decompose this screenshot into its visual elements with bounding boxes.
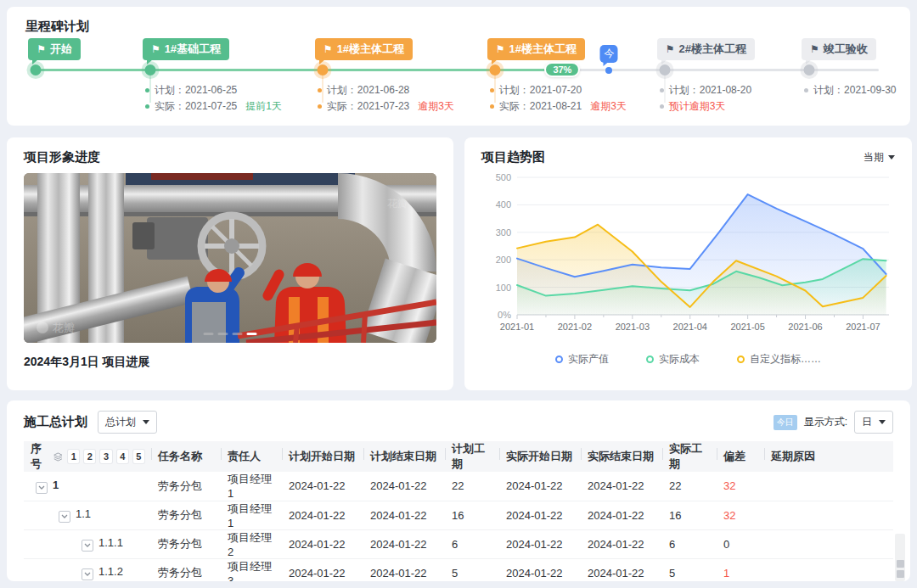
scroll-widget-icon[interactable]	[897, 570, 904, 578]
milestone-dot	[31, 64, 42, 76]
svg-text:400: 400	[496, 199, 511, 210]
table-card-title: 施工总计划	[24, 414, 87, 430]
expand-row-icon[interactable]	[82, 540, 93, 552]
expand-row-icon[interactable]	[36, 482, 48, 494]
column-plan-duration: 计划工期	[445, 441, 499, 472]
milestone-label: 1#楼主体工程	[337, 42, 404, 57]
table-cell: 2024-01-22	[282, 529, 363, 558]
svg-text:2021-03: 2021-03	[616, 322, 650, 332]
table-row[interactable]: 1.1.1劳务分包项目经理22024-01-222024-01-2262024-…	[24, 529, 893, 558]
legend-item-actual-output[interactable]: 实际产值	[555, 352, 609, 367]
plan-date: 计划：2021-07-20	[499, 82, 582, 98]
milestone-label: 开始	[50, 42, 72, 57]
table-header-row: 序号 1 2 3 4 5 任务	[24, 441, 893, 472]
level-button-5[interactable]: 5	[133, 450, 144, 463]
milestone-badge: ⚑ 1#基础工程	[143, 38, 229, 60]
column-plan-start: 计划开始日期	[282, 441, 363, 472]
legend-label: 自定义指标……	[750, 352, 821, 367]
table-cell: 16	[662, 501, 717, 529]
table-cell: 项目经理3	[221, 558, 282, 581]
carousel-dot[interactable]	[218, 333, 228, 335]
column-deviation: 偏差	[717, 441, 764, 472]
level-button-2[interactable]: 2	[84, 450, 95, 463]
actual-date: 实际：2021-08-21	[499, 98, 582, 115]
milestone-dot	[317, 64, 328, 76]
expand-row-icon[interactable]	[82, 568, 93, 580]
today-badge: 今日	[774, 415, 797, 430]
table-cell: 2024-01-22	[499, 472, 581, 501]
task-id: 1.1.1	[98, 536, 123, 549]
progress-percent-pill: 37%	[544, 62, 580, 77]
carousel-indicators	[204, 333, 257, 335]
bullet-icon	[490, 88, 494, 92]
table-cell: 2024-01-22	[499, 529, 581, 558]
table-cell: 5	[445, 558, 499, 581]
period-select-value: 当期	[864, 150, 884, 165]
construction-plan-card: 施工总计划 总计划 今日 显示方式: 日	[7, 400, 910, 581]
table-cell: 2024-01-22	[282, 558, 363, 581]
table-cell: 1	[717, 558, 764, 581]
carousel-dot[interactable]	[233, 333, 243, 335]
table-cell: 项目经理1	[221, 472, 282, 501]
column-delay-reason: 延期原因	[764, 441, 893, 472]
level-button-3[interactable]: 3	[100, 450, 111, 463]
task-seq-cell: 1	[24, 472, 151, 501]
table-cell	[764, 558, 893, 581]
table-cell: 2024-01-22	[363, 529, 445, 558]
svg-text:2021-04: 2021-04	[673, 322, 707, 332]
column-actual-end: 实际结束日期	[581, 441, 662, 472]
plan-date: 计划：2021-06-25	[155, 82, 237, 98]
milestone-label: 1#基础工程	[165, 42, 221, 57]
column-plan-end: 计划结束日期	[363, 441, 445, 472]
flag-icon: ⚑	[666, 44, 675, 54]
milestone-label: 竣工验收	[824, 42, 868, 57]
scroll-widget-icon[interactable]	[897, 560, 904, 568]
table-cell: 项目经理1	[221, 501, 282, 529]
forecast-label: 预计逾期3天	[669, 98, 726, 115]
milestone-dates: 计划：2021-06-28 实际：2021-07-23逾期3天	[318, 82, 454, 115]
period-select[interactable]: 当期	[864, 150, 895, 165]
table-scrollbar[interactable]	[895, 534, 905, 581]
table-row[interactable]: 1.1劳务分包项目经理12024-01-222024-01-22162024-0…	[24, 501, 893, 529]
seq-header-label: 序号	[31, 441, 48, 472]
table-cell: 22	[445, 472, 499, 501]
carousel-dot[interactable]	[204, 333, 214, 335]
column-task-name: 任务名称	[151, 441, 221, 472]
legend-item-actual-cost[interactable]: 实际成本	[646, 352, 700, 367]
dashboard-page: 里程碑计划 ⚑ 开始 ⚑ 1#基础工程 计划：2021-06-25	[0, 0, 917, 588]
display-mode-select[interactable]: 日	[854, 411, 893, 434]
layers-icon	[53, 451, 63, 462]
flag-icon: ⚑	[323, 44, 333, 54]
expand-row-icon[interactable]	[59, 511, 70, 523]
table-cell: 项目经理2	[221, 529, 282, 558]
column-seq: 序号 1 2 3 4 5	[24, 441, 151, 472]
table-cell	[764, 472, 893, 501]
bullet-icon	[318, 104, 322, 109]
actual-date: 实际：2021-07-23	[327, 98, 409, 115]
display-mode-value: 日	[862, 415, 872, 429]
delta-label: 逾期3天	[418, 98, 454, 115]
svg-text:2021-07: 2021-07	[846, 322, 880, 332]
legend-item-custom-metric[interactable]: 自定义指标……	[737, 352, 821, 367]
milestone-dates: 计划：2021-09-30	[804, 82, 896, 98]
svg-text:2021-05: 2021-05	[730, 322, 764, 332]
table-cell: 2024-01-22	[581, 501, 662, 529]
table-cell	[764, 501, 893, 529]
table-cell	[764, 529, 893, 558]
table-cell: 22	[662, 472, 717, 501]
level-button-4[interactable]: 4	[117, 450, 128, 463]
progress-photo-carousel[interactable]: 花瓣 花瓣	[24, 173, 436, 343]
table-row[interactable]: 1.1.2劳务分包项目经理32024-01-222024-01-2252024-…	[24, 558, 893, 581]
legend-label: 实际产值	[568, 352, 609, 367]
delta-label: 提前1天	[245, 98, 282, 115]
level-button-1[interactable]: 1	[68, 450, 79, 463]
table-cell: 16	[445, 501, 499, 529]
plan-type-select[interactable]: 总计划	[98, 411, 157, 434]
table-row[interactable]: 1劳务分包项目经理12024-01-222024-01-22222024-01-…	[24, 472, 893, 501]
chart-card-title: 项目趋势图	[481, 149, 545, 165]
table-cell: 2024-01-22	[363, 472, 445, 501]
carousel-dot-active[interactable]	[247, 333, 257, 335]
chevron-down-icon	[879, 420, 886, 424]
milestone-timeline: ⚑ 开始 ⚑ 1#基础工程 计划：2021-06-25 实际：2021-07-2…	[25, 38, 892, 120]
chevron-down-icon	[888, 155, 895, 160]
